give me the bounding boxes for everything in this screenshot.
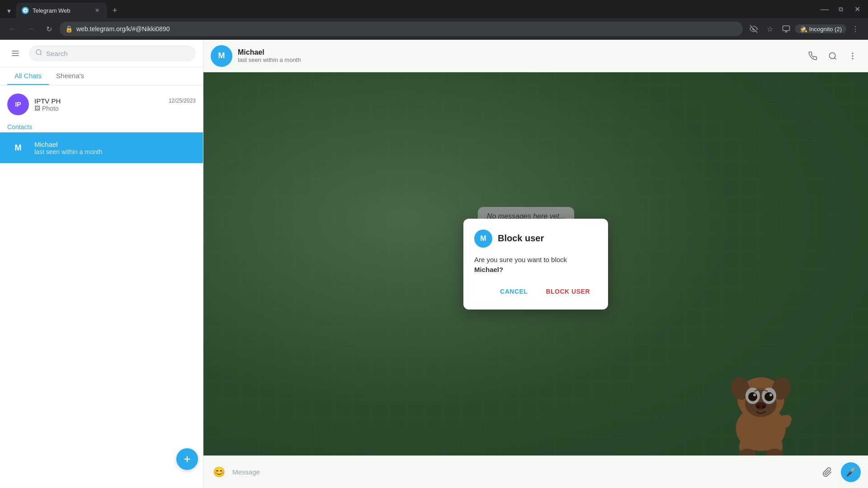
- svg-line-12: [835, 57, 836, 59]
- chat-preview-iptv: 🖼 Photo: [34, 105, 196, 112]
- incognito-badge: 🕵 Incognito (2): [795, 24, 846, 33]
- tab-sheenas[interactable]: Sheena's: [49, 67, 91, 85]
- attachment-btn[interactable]: [819, 464, 835, 480]
- tab-all-chats[interactable]: All Chats: [7, 67, 49, 85]
- cancel-button[interactable]: CANCEL: [493, 284, 535, 299]
- search-bar[interactable]: [29, 45, 196, 61]
- dialog-actions: CANCEL BLOCK USER: [474, 284, 597, 299]
- search-icon: [35, 49, 42, 58]
- svg-point-13: [852, 53, 853, 54]
- chat-header-name: Michael: [238, 48, 799, 56]
- browser-toolbar-right: ☆ 🕵 Incognito (2) ⋮: [746, 22, 863, 36]
- chat-background: No messages here yet... Send a message o…: [203, 72, 868, 455]
- star-btn[interactable]: ☆: [763, 22, 777, 36]
- minimize-btn[interactable]: —: [817, 2, 832, 16]
- close-btn[interactable]: ✕: [850, 2, 864, 16]
- avatar-michael: M: [7, 137, 29, 159]
- device-btn[interactable]: [779, 22, 793, 36]
- sidebar-tabs: All Chats Sheena's: [0, 67, 203, 85]
- browser-nav-bar: ← → ↻ 🔒 web.telegram.org/k/#@Nikki0890 ☆…: [0, 18, 868, 40]
- chat-info-michael: Michael last seen within a month: [34, 141, 196, 155]
- chat-info-iptv: IPTV PH 12/25/2023 🖼 Photo: [34, 97, 196, 112]
- more-btn[interactable]: ⋮: [848, 22, 863, 36]
- chat-header-info: Michael last seen within a month: [238, 48, 799, 63]
- svg-point-14: [852, 56, 853, 56]
- chat-time-iptv: 12/25/2023: [169, 98, 196, 104]
- chat-header-avatar: M: [211, 45, 232, 67]
- browser-chrome: ▼ Telegram Web ✕ + — ⧉ ✕ ← → ↻ 🔒 web.tel…: [0, 0, 868, 40]
- chat-list: IP IPTV PH 12/25/2023 🖼 Photo Contacts M: [0, 85, 203, 488]
- call-btn[interactable]: [805, 48, 821, 64]
- back-btn[interactable]: ←: [5, 22, 20, 36]
- chat-header-actions: [805, 48, 861, 64]
- refresh-btn[interactable]: ↻: [42, 22, 56, 36]
- svg-point-7: [36, 50, 41, 55]
- avatar-iptv: IP: [7, 94, 29, 115]
- chat-item-michael[interactable]: M Michael last seen within a month: [0, 132, 203, 163]
- restore-btn[interactable]: ⧉: [834, 2, 848, 16]
- chat-header: M Michael last seen within a month: [203, 40, 868, 72]
- more-options-btn[interactable]: [844, 48, 861, 64]
- chat-name-iptv: IPTV PH: [34, 97, 61, 105]
- chat-name-michael: Michael: [34, 141, 58, 148]
- sidebar: All Chats Sheena's IP IPTV PH 12/25/2023…: [0, 40, 203, 488]
- tab-title: Telegram Web: [33, 7, 90, 14]
- tab-close-btn[interactable]: ✕: [93, 6, 101, 14]
- search-chat-btn[interactable]: [825, 48, 841, 64]
- forward-btn[interactable]: →: [24, 22, 38, 36]
- app-container: All Chats Sheena's IP IPTV PH 12/25/2023…: [0, 40, 868, 488]
- search-input[interactable]: [46, 50, 189, 57]
- chat-item-iptv[interactable]: IP IPTV PH 12/25/2023 🖼 Photo: [0, 89, 203, 120]
- tab-list-btn[interactable]: ▼: [4, 5, 14, 16]
- block-user-button[interactable]: BLOCK USER: [538, 284, 597, 299]
- dialog-body: Are you sure you want to block Michael?: [474, 255, 597, 275]
- browser-tab-telegram[interactable]: Telegram Web ✕: [16, 3, 107, 18]
- new-tab-btn[interactable]: +: [108, 4, 121, 17]
- svg-point-15: [852, 58, 853, 59]
- voice-btn[interactable]: 🎤: [841, 462, 861, 482]
- lock-icon: 🔒: [65, 25, 73, 33]
- eye-slash-icon[interactable]: [746, 22, 761, 36]
- menu-btn[interactable]: [7, 45, 24, 61]
- dialog-title-row: M Block user: [474, 230, 597, 248]
- contacts-label: Contacts: [0, 120, 203, 132]
- chat-input-bar: 😊 🎤: [203, 455, 868, 488]
- chat-header-status: last seen within a month: [238, 56, 799, 63]
- svg-line-8: [40, 54, 42, 55]
- message-input[interactable]: [232, 463, 814, 481]
- dialog-overlay: M Block user Are you sure you want to bl…: [203, 72, 868, 455]
- url-text: web.telegram.org/k/#@Nikki0890: [76, 25, 737, 33]
- block-user-dialog: M Block user Are you sure you want to bl…: [463, 219, 608, 310]
- dialog-avatar: M: [474, 230, 492, 248]
- browser-tab-bar: ▼ Telegram Web ✕ + — ⧉ ✕: [0, 0, 868, 18]
- address-bar[interactable]: 🔒 web.telegram.org/k/#@Nikki0890: [60, 22, 743, 36]
- svg-point-11: [830, 52, 835, 58]
- main-chat: M Michael last seen within a month: [203, 40, 868, 488]
- svg-rect-1: [783, 26, 789, 31]
- compose-fab[interactable]: [176, 448, 198, 470]
- chat-status-michael: last seen within a month: [34, 148, 196, 155]
- dialog-title: Block user: [498, 233, 544, 244]
- sidebar-header: [0, 40, 203, 67]
- emoji-btn[interactable]: 😊: [211, 464, 227, 480]
- tab-favicon: [22, 7, 29, 14]
